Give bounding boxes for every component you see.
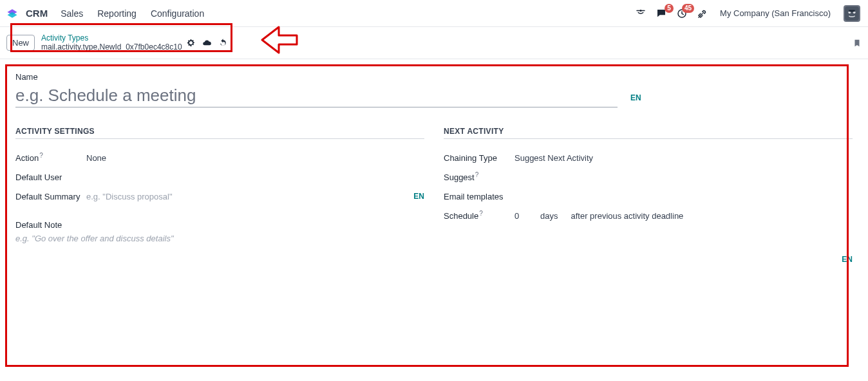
activity-clock-icon[interactable]: 45 xyxy=(676,8,688,19)
next-activity-title: NEXT ACTIVITY xyxy=(444,127,853,139)
breadcrumb-bar: New Activity Types mail.activity.type,Ne… xyxy=(0,27,868,59)
default-note-label: Default Note xyxy=(15,220,424,230)
name-lang-tag[interactable]: EN xyxy=(630,93,641,107)
new-button[interactable]: New xyxy=(6,35,35,51)
schedule-unit-field[interactable]: days xyxy=(540,211,558,221)
help-icon[interactable]: ? xyxy=(475,171,479,178)
company-selector[interactable]: My Company (San Francisco) xyxy=(720,8,831,18)
help-icon[interactable]: ? xyxy=(39,152,43,159)
form-sheet: Name EN ACTIVITY SETTINGS Action? None D… xyxy=(0,59,868,270)
app-name[interactable]: CRM xyxy=(26,8,48,19)
activity-settings-section: ACTIVITY SETTINGS Action? None Default U… xyxy=(15,127,424,264)
svg-rect-7 xyxy=(849,10,854,12)
svg-point-2 xyxy=(640,10,642,12)
top-nav: CRM Sales Reporting Configuration 5 45 M… xyxy=(0,0,868,27)
schedule-number-field[interactable]: 0 xyxy=(514,211,527,221)
suggest-label: Suggest? xyxy=(444,171,514,182)
bookmark-icon[interactable] xyxy=(853,37,862,49)
svg-rect-4 xyxy=(845,6,859,21)
schedule-label: Schedule? xyxy=(444,210,514,221)
breadcrumb-record: mail.activity.type,NewId_0x7fb0ec4c8c10 xyxy=(41,43,182,52)
chat-icon[interactable]: 5 xyxy=(656,8,667,19)
chat-badge: 5 xyxy=(665,4,674,13)
breadcrumb-title[interactable]: Activity Types xyxy=(41,34,182,43)
chaining-type-label: Chaining Type xyxy=(444,153,514,163)
default-note-field[interactable]: e.g. "Go over the offer and discuss deta… xyxy=(15,234,424,243)
help-icon[interactable]: ? xyxy=(479,210,483,217)
note-lang-tag[interactable]: EN xyxy=(444,255,853,264)
user-avatar[interactable] xyxy=(844,5,860,22)
default-summary-label: Default Summary xyxy=(15,192,86,201)
phone-icon[interactable] xyxy=(635,8,646,19)
action-label: Action? xyxy=(15,152,86,163)
default-summary-field[interactable]: e.g. "Discuss proposal" xyxy=(86,192,173,201)
name-label: Name xyxy=(15,72,853,82)
app-logo-icon[interactable] xyxy=(6,8,18,19)
email-templates-label: Email templates xyxy=(444,192,514,201)
menu-sales[interactable]: Sales xyxy=(61,8,83,19)
next-activity-section: NEXT ACTIVITY Chaining Type Suggest Next… xyxy=(444,127,853,264)
gear-icon[interactable] xyxy=(186,38,196,48)
action-field[interactable]: None xyxy=(86,153,106,163)
activity-badge: 45 xyxy=(682,4,694,13)
undo-icon[interactable] xyxy=(218,38,228,48)
name-input[interactable] xyxy=(15,84,618,107)
tools-icon[interactable] xyxy=(697,8,708,19)
menu-reporting[interactable]: Reporting xyxy=(97,8,137,19)
activity-settings-title: ACTIVITY SETTINGS xyxy=(15,127,424,139)
menu-configuration[interactable]: Configuration xyxy=(151,8,204,19)
schedule-after-text: after previous activity deadline xyxy=(571,211,683,221)
summary-lang-tag[interactable]: EN xyxy=(413,192,424,201)
cloud-icon[interactable] xyxy=(202,38,212,48)
default-user-label: Default User xyxy=(15,172,86,182)
chaining-type-field[interactable]: Suggest Next Activity xyxy=(514,153,593,163)
